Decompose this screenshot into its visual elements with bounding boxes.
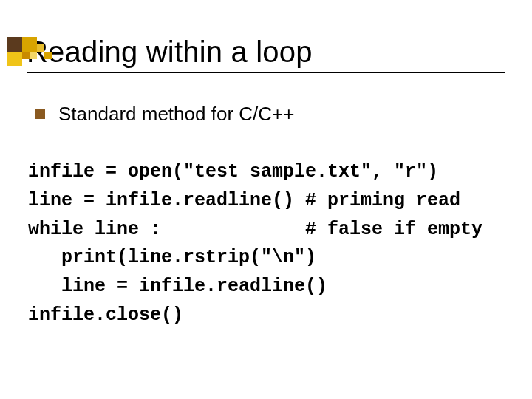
code-block: infile = open("test sample.txt", "r") li… <box>28 158 505 330</box>
bullet-item: Standard method for C/C++ <box>35 103 505 126</box>
code-line: print(line.rstrip("\n") <box>28 247 316 268</box>
code-line: line = infile.readline() <box>28 276 327 297</box>
title-rule <box>27 72 505 73</box>
slide: Reading within a loop Standard method fo… <box>0 35 532 399</box>
code-line: infile.close() <box>28 304 183 326</box>
deco-square <box>7 37 22 52</box>
deco-square <box>30 52 37 59</box>
bullet-list: Standard method for C/C++ <box>35 103 505 126</box>
corner-decoration <box>0 35 81 65</box>
code-line: infile = open("test sample.txt", "r") <box>28 161 438 183</box>
deco-square <box>37 44 44 52</box>
deco-square <box>7 52 22 66</box>
code-line: line = infile.readline() # priming read <box>28 190 460 211</box>
deco-square <box>22 52 30 59</box>
deco-square <box>22 37 37 52</box>
slide-title: Reading within a loop <box>27 35 505 69</box>
bullet-text: Standard method for C/C++ <box>58 103 294 126</box>
bullet-marker-icon <box>35 109 45 119</box>
deco-square <box>44 52 52 59</box>
code-line: while line : # false if empty <box>28 219 482 240</box>
